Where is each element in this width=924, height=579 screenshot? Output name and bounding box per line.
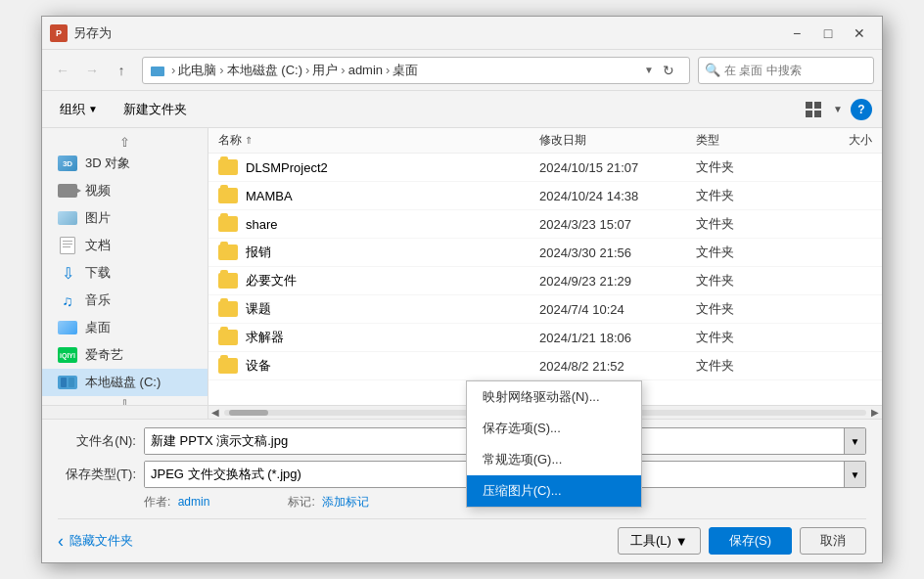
h-scrollbar[interactable]: ◀ ▶ — [42, 405, 882, 419]
file-type: 文件夹 — [696, 329, 794, 346]
breadcrumb-level1[interactable]: 此电脑 — [178, 62, 216, 79]
context-menu-item[interactable]: 压缩图片(C)... — [467, 475, 641, 507]
docs-icon — [58, 238, 77, 253]
window-controls: − □ ✕ — [782, 22, 874, 45]
file-name-cell: 报销 — [218, 244, 539, 261]
author-label: 作者: — [144, 495, 170, 509]
sidebar-item-desktop[interactable]: 桌面 — [42, 314, 208, 341]
filename-label: 文件名(N): — [58, 432, 136, 450]
table-row[interactable]: 课题 2024/7/4 10:24 文件夹 — [208, 295, 882, 324]
drive-icon — [58, 375, 77, 390]
refresh-button[interactable]: ↻ — [656, 58, 681, 83]
sidebar-label-iqiyi: 爱奇艺 — [85, 346, 123, 364]
file-name-cell: share — [218, 216, 539, 232]
table-row[interactable]: 求解器 2024/1/21 18:06 文件夹 — [208, 324, 882, 352]
minimize-button[interactable]: − — [782, 22, 811, 45]
col-date-header[interactable]: 修改日期 — [539, 132, 696, 149]
col-name-header[interactable]: 名称 ⇑ — [218, 132, 539, 149]
file-name-cell: 课题 — [218, 300, 539, 318]
filename-row: 文件名(N): ▼ — [58, 427, 866, 455]
breadcrumb[interactable]: › 此电脑 › 本地磁盘 (C:) › 用户 › admin › 桌面 ▼ ↻ — [142, 57, 690, 84]
file-type: 文件夹 — [696, 300, 794, 318]
sidebar-item-music[interactable]: ♫ 音乐 — [42, 287, 208, 314]
button-row: ‹ 隐藏文件夹 工具(L) ▼ 映射网络驱动器(N)...保存选项(S)...常… — [58, 518, 866, 555]
breadcrumb-level2[interactable]: 本地磁盘 (C:) — [227, 62, 302, 79]
breadcrumb-level4[interactable]: admin — [348, 63, 383, 77]
image-icon — [58, 210, 77, 226]
context-menu-item[interactable]: 常规选项(G)... — [467, 444, 641, 475]
file-type: 文件夹 — [696, 215, 794, 233]
breadcrumb-dropdown-icon[interactable]: ▼ — [644, 65, 654, 75]
hide-folder-chevron[interactable]: ‹ — [58, 531, 64, 552]
author-value[interactable]: admin — [178, 495, 210, 509]
file-list-header: 名称 ⇑ 修改日期 类型 大小 — [208, 128, 882, 154]
back-button[interactable]: ← — [50, 58, 75, 83]
sidebar-scroll-down[interactable]: ⇩ — [42, 396, 208, 405]
file-date: 2024/3/30 21:56 — [539, 245, 696, 260]
organize-button[interactable]: 组织 ▼ — [52, 98, 106, 121]
col-type-header[interactable]: 类型 — [696, 132, 794, 149]
view-dropdown-icon[interactable]: ▼ — [833, 104, 843, 114]
sidebar-item-image[interactable]: 图片 — [42, 204, 208, 232]
search-icon: 🔍 — [705, 63, 720, 77]
sidebar-scroll-up[interactable]: ⇧ — [42, 134, 208, 150]
sidebar-item-drive[interactable]: 本地磁盘 (C:) — [42, 369, 208, 396]
context-menu: 映射网络驱动器(N)...保存选项(S)...常规选项(G)...压缩图片(C)… — [466, 380, 642, 508]
up-button[interactable]: ↑ — [109, 58, 134, 83]
view-button[interactable] — [800, 96, 827, 123]
file-date: 2024/10/24 14:38 — [539, 189, 696, 203]
table-row[interactable]: 设备 2024/8/2 21:52 文件夹 — [208, 352, 882, 380]
sidebar-item-3d[interactable]: 3D 3D 对象 — [42, 150, 208, 177]
search-box[interactable]: 🔍 — [698, 57, 874, 84]
col-size-header[interactable]: 大小 — [794, 132, 872, 149]
hide-folder-button[interactable]: 隐藏文件夹 — [69, 532, 133, 550]
tags-label: 标记: — [288, 495, 314, 509]
h-scroll-thumb[interactable] — [229, 410, 268, 416]
save-button[interactable]: 保存(S) — [709, 527, 792, 555]
scroll-right-button[interactable]: ▶ — [868, 406, 882, 420]
context-menu-item[interactable]: 保存选项(S)... — [467, 413, 641, 444]
file-name-cell: 必要文件 — [218, 272, 539, 290]
forward-button[interactable]: → — [79, 58, 105, 83]
file-type: 文件夹 — [696, 357, 794, 375]
folder-icon — [218, 188, 238, 203]
close-button[interactable]: ✕ — [845, 22, 874, 45]
maximize-button[interactable]: □ — [813, 22, 843, 45]
meta-row: 作者: admin 标记: 添加标记 — [58, 494, 866, 511]
sidebar-item-video[interactable]: 视频 — [42, 177, 208, 204]
tools-container: 工具(L) ▼ 映射网络驱动器(N)...保存选项(S)...常规选项(G)..… — [618, 527, 701, 555]
search-input[interactable] — [724, 64, 871, 77]
hide-folder-section: ‹ 隐藏文件夹 — [58, 531, 133, 552]
filename-dropdown-arrow[interactable]: ▼ — [844, 428, 865, 454]
table-row[interactable]: MAMBA 2024/10/24 14:38 文件夹 — [208, 182, 882, 210]
tools-button[interactable]: 工具(L) ▼ — [618, 527, 701, 555]
breadcrumb-level5[interactable]: 桌面 — [393, 62, 418, 79]
breadcrumb-this-pc[interactable] — [151, 63, 168, 77]
sidebar-item-docs[interactable]: 文档 — [42, 232, 208, 259]
sidebar-label-3d: 3D 对象 — [85, 155, 130, 172]
sidebar-item-iqiyi[interactable]: iQIYI 爱奇艺 — [42, 341, 208, 369]
table-row[interactable]: 必要文件 2024/9/23 21:29 文件夹 — [208, 267, 882, 295]
help-button[interactable]: ? — [851, 99, 872, 120]
breadcrumb-level3[interactable]: 用户 — [312, 62, 338, 79]
cancel-button[interactable]: 取消 — [800, 527, 866, 555]
context-menu-item[interactable]: 映射网络驱动器(N)... — [467, 381, 641, 413]
table-row[interactable]: 报销 2024/3/30 21:56 文件夹 — [208, 239, 882, 267]
tools-dropdown-icon: ▼ — [675, 534, 688, 549]
table-row[interactable]: share 2024/3/23 15:07 文件夹 — [208, 210, 882, 239]
sidebar-label-docs: 文档 — [85, 237, 111, 254]
dialog-title: 另存为 — [73, 24, 782, 42]
new-folder-button[interactable]: 新建文件夹 — [114, 98, 197, 121]
scroll-left-button[interactable]: ◀ — [208, 406, 222, 420]
sidebar-label-drive: 本地磁盘 (C:) — [85, 374, 161, 391]
sidebar-item-download[interactable]: ⇩ 下载 — [42, 259, 208, 287]
author-section: 作者: admin — [144, 494, 209, 511]
tags-value[interactable]: 添加标记 — [322, 495, 369, 509]
file-date: 2024/10/15 21:07 — [539, 160, 696, 175]
table-row[interactable]: DLSMProject2 2024/10/15 21:07 文件夹 — [208, 154, 882, 182]
file-date: 2024/7/4 10:24 — [539, 302, 696, 317]
music-icon: ♫ — [58, 292, 77, 308]
filetype-dropdown-arrow[interactable]: ▼ — [844, 462, 865, 487]
sort-icon: ⇑ — [245, 135, 253, 146]
file-name: 必要文件 — [246, 272, 297, 290]
